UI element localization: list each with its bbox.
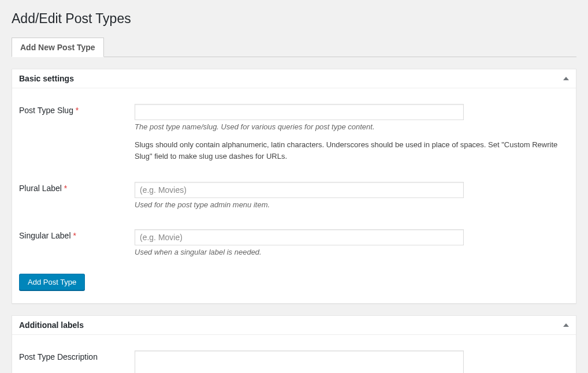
row-singular: Singular Label * Used when a singular la… [19,221,569,268]
cell-slug: The post type name/slug. Used for variou… [135,95,569,173]
page-title: Add/Edit Post Types [12,6,576,29]
required-asterisk: * [64,184,67,193]
panel-basic-title: Basic settings [19,74,74,83]
helper-slug: Slugs should only contain alphanumeric, … [135,139,563,162]
label-description-text: Post Type Description [19,352,98,361]
cell-description: Perhaps describe what your custom post t… [135,342,569,373]
label-description: Post Type Description [19,342,135,373]
collapse-icon[interactable] [563,77,569,80]
input-singular-label[interactable] [135,229,464,245]
tab-wrapper: Add New Post Type [12,38,576,57]
label-plural: Plural Label * [19,173,135,221]
textarea-post-type-description[interactable] [135,350,464,373]
input-plural-label[interactable] [135,182,464,198]
input-post-type-slug[interactable] [135,104,464,120]
label-plural-text: Plural Label [19,184,62,193]
collapse-icon[interactable] [563,323,569,327]
add-post-type-button[interactable]: Add Post Type [19,274,85,290]
panel-additional-title: Additional labels [19,320,84,330]
panel-basic-header[interactable]: Basic settings [12,69,576,88]
additional-form-table: Post Type Description Perhaps describe w… [19,342,569,373]
label-slug-text: Post Type Slug [19,106,73,115]
required-asterisk: * [73,231,76,240]
tab-add-new-post-type[interactable]: Add New Post Type [12,38,104,57]
label-slug: Post Type Slug * [19,95,135,173]
row-description: Post Type Description Perhaps describe w… [19,342,569,373]
row-plural: Plural Label * Used for the post type ad… [19,173,569,221]
row-slug: Post Type Slug * The post type name/slug… [19,95,569,173]
cell-plural: Used for the post type admin menu item. [135,173,569,221]
label-singular: Singular Label * [19,221,135,268]
page-wrap: Add/Edit Post Types Add New Post Type Ba… [0,0,588,373]
panel-additional-labels: Additional labels Post Type Description … [12,315,576,373]
desc-plural: Used for the post type admin menu item. [135,200,563,209]
panel-additional-body: Post Type Description Perhaps describe w… [12,335,576,373]
desc-slug: The post type name/slug. Used for variou… [135,122,563,131]
cell-singular: Used when a singular label is needed. [135,221,569,268]
panel-additional-header[interactable]: Additional labels [12,316,576,335]
required-asterisk: * [76,106,79,115]
panel-basic-body: Post Type Slug * The post type name/slug… [12,88,576,303]
desc-singular: Used when a singular label is needed. [135,248,563,256]
basic-form-table: Post Type Slug * The post type name/slug… [19,95,569,268]
label-singular-text: Singular Label [19,231,71,240]
panel-basic-settings: Basic settings Post Type Slug * The post… [12,69,576,304]
